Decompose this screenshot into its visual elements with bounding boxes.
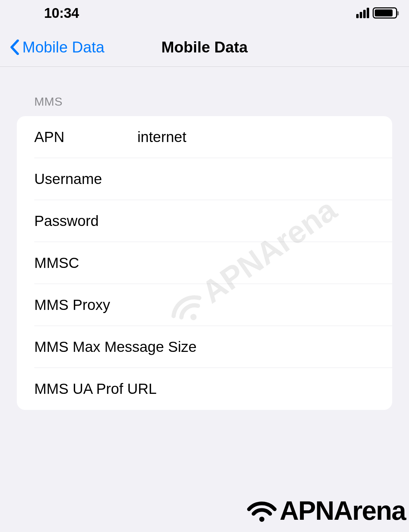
back-button[interactable]: Mobile Data (10, 38, 105, 56)
mmsc-row[interactable]: MMSC (17, 242, 392, 284)
watermark-bottom: APNArena (246, 495, 406, 526)
mms-max-size-label: MMS Max Message Size (34, 339, 196, 355)
status-right (356, 7, 397, 19)
mms-proxy-label: MMS Proxy (34, 297, 137, 313)
page-title: Mobile Data (162, 38, 248, 56)
section-header-mms: MMS (34, 95, 392, 108)
mms-proxy-field[interactable] (137, 297, 392, 313)
content: MMS APN Username Password MMSC MMS Proxy… (0, 67, 409, 410)
mms-settings-group: APN Username Password MMSC MMS Proxy MMS… (17, 116, 392, 410)
cellular-signal-icon (356, 8, 369, 18)
mms-ua-prof-url-label: MMS UA Prof URL (34, 381, 157, 397)
password-row[interactable]: Password (17, 200, 392, 242)
status-bar: 10:34 (0, 0, 409, 24)
apn-label: APN (34, 129, 137, 146)
svg-point-1 (259, 517, 265, 522)
mmsc-field[interactable] (137, 255, 392, 271)
mms-ua-prof-url-field[interactable] (157, 381, 392, 397)
mms-ua-prof-url-row[interactable]: MMS UA Prof URL (17, 368, 392, 410)
chevron-left-icon (10, 40, 20, 55)
mmsc-label: MMSC (34, 255, 137, 271)
back-label: Mobile Data (22, 38, 105, 56)
navigation-bar: Mobile Data Mobile Data (0, 24, 409, 67)
apn-row[interactable]: APN (17, 116, 392, 158)
status-time: 10:34 (44, 5, 79, 21)
password-label: Password (34, 213, 137, 229)
wifi-icon (246, 498, 278, 524)
password-field[interactable] (137, 213, 392, 229)
battery-icon (373, 7, 397, 19)
apn-field[interactable] (137, 129, 392, 146)
username-field[interactable] (137, 171, 392, 187)
username-row[interactable]: Username (17, 158, 392, 200)
mms-max-size-field[interactable] (196, 339, 392, 355)
watermark-bottom-text: APNArena (280, 495, 406, 526)
mms-max-size-row[interactable]: MMS Max Message Size (17, 326, 392, 368)
username-label: Username (34, 171, 137, 187)
mms-proxy-row[interactable]: MMS Proxy (17, 284, 392, 326)
